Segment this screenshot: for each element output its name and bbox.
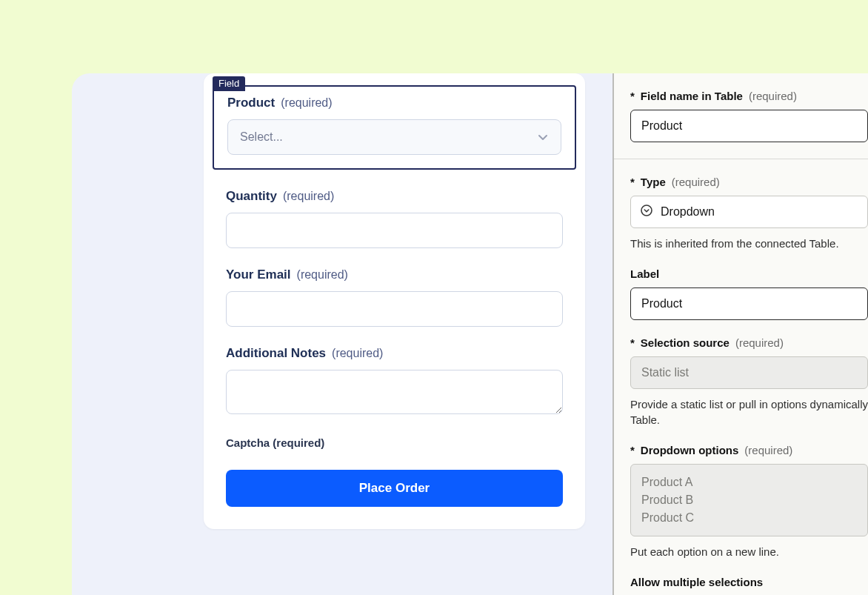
sb-selection-source-label: Selection source	[641, 336, 730, 349]
product-select-placeholder: Select...	[240, 130, 283, 144]
type-select[interactable]: Dropdown	[630, 196, 868, 228]
field-tag-badge: Field	[213, 76, 245, 91]
field-email-label: Your Email	[226, 267, 291, 282]
required-star-icon: *	[630, 90, 635, 102]
required-star-icon: *	[630, 444, 635, 456]
field-quantity-label-row: Quantity (required)	[226, 189, 563, 204]
selection-source-value: Static list	[641, 366, 689, 379]
sb-label-label: Label	[630, 267, 659, 280]
sb-selection-source-required: (required)	[735, 336, 784, 349]
sb-label-label-row: Label	[630, 267, 868, 280]
sb-group-selection-source: * Selection source (required) Static lis…	[630, 336, 868, 428]
label-input[interactable]	[630, 287, 868, 320]
form-card: Field Product (required) Select... Quant…	[204, 73, 585, 529]
sb-group-label: Label	[630, 267, 868, 320]
field-notes-required: (required)	[332, 347, 383, 360]
properties-sidebar: * Field name in Table (required) * Type …	[612, 73, 868, 595]
sb-dropdown-options-required: (required)	[744, 444, 792, 456]
field-email[interactable]: Your Email (required)	[226, 267, 563, 327]
sb-field-name-label-row: * Field name in Table (required)	[630, 90, 868, 102]
email-input[interactable]	[226, 291, 563, 327]
field-quantity[interactable]: Quantity (required)	[226, 189, 563, 248]
sb-type-help: This is inherited from the connected Tab…	[630, 236, 868, 251]
field-product-label: Product	[227, 96, 275, 110]
product-select[interactable]: Select...	[227, 119, 561, 155]
field-notes[interactable]: Additional Notes (required)	[226, 346, 563, 417]
field-name-input[interactable]	[630, 110, 868, 142]
sb-group-allow-multiple: Allow multiple selections Off	[630, 576, 868, 595]
sb-type-label-row: * Type (required)	[630, 176, 868, 188]
type-value: Dropdown	[661, 205, 715, 219]
form-canvas: Field Product (required) Select... Quant…	[72, 73, 612, 595]
sidebar-divider	[614, 159, 868, 159]
field-email-required: (required)	[297, 268, 348, 282]
required-star-icon: *	[630, 336, 635, 349]
sb-group-type: * Type (required) Dropdown This is inher…	[630, 176, 868, 251]
notes-textarea[interactable]	[226, 370, 563, 414]
field-notes-label-row: Additional Notes (required)	[226, 346, 563, 361]
sb-dropdown-options-label-row: * Dropdown options (required)	[630, 444, 868, 456]
sb-dropdown-options-help: Put each option on a new line.	[630, 544, 868, 559]
chevron-down-icon	[537, 131, 549, 143]
sb-group-dropdown-options: * Dropdown options (required) Product A …	[630, 444, 868, 559]
sb-field-name-label: Field name in Table	[641, 90, 743, 102]
sb-selection-source-label-row: * Selection source (required)	[630, 336, 868, 349]
field-product-required: (required)	[281, 96, 332, 110]
field-quantity-label: Quantity	[226, 189, 277, 204]
required-star-icon: *	[630, 176, 635, 188]
sb-type-required: (required)	[672, 176, 720, 188]
sb-dropdown-options-label: Dropdown options	[641, 444, 738, 456]
sb-selection-source-help: Provide a static list or pull in options…	[630, 396, 868, 428]
sb-allow-multiple-label: Allow multiple selections	[630, 576, 763, 588]
field-email-label-row: Your Email (required)	[226, 267, 563, 282]
sb-field-name-required: (required)	[749, 90, 797, 102]
field-product-label-row: Product (required)	[227, 96, 561, 110]
field-notes-label: Additional Notes	[226, 346, 326, 361]
svg-point-0	[641, 205, 652, 216]
field-product[interactable]: Field Product (required) Select...	[213, 85, 576, 170]
dropdown-options-textarea[interactable]: Product A Product B Product C	[630, 464, 868, 536]
field-quantity-required: (required)	[283, 190, 334, 203]
sb-allow-multiple-label-row: Allow multiple selections	[630, 576, 868, 588]
sb-group-field-name: * Field name in Table (required)	[630, 90, 868, 142]
captcha-label: Captcha (required)	[226, 436, 563, 449]
dropdown-type-icon	[640, 204, 653, 220]
sb-type-label: Type	[641, 176, 666, 188]
quantity-input[interactable]	[226, 213, 563, 248]
selection-source-select[interactable]: Static list	[630, 356, 868, 389]
submit-button[interactable]: Place Order	[226, 470, 563, 507]
